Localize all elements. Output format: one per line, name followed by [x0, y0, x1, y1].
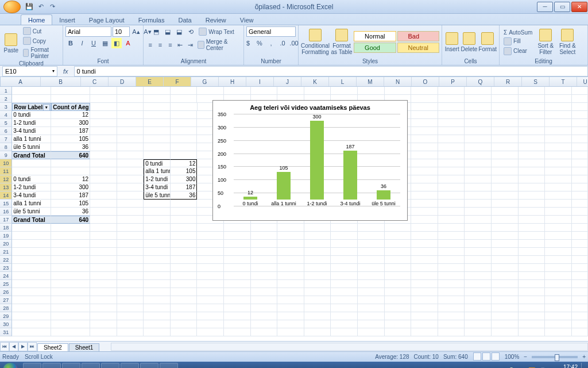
delete-button[interactable]: Delete	[461, 27, 477, 57]
cell[interactable]	[572, 159, 588, 167]
cell[interactable]	[411, 87, 438, 95]
cell[interactable]	[572, 183, 588, 191]
cell[interactable]	[411, 328, 438, 336]
cell[interactable]	[545, 272, 572, 280]
tab-home[interactable]: Home	[21, 14, 52, 25]
cell[interactable]	[171, 119, 198, 127]
cut-button[interactable]: Cut	[21, 26, 60, 36]
cell[interactable]	[411, 232, 438, 240]
show-desktop-button[interactable]	[581, 363, 586, 368]
cell[interactable]	[144, 119, 171, 127]
cell[interactable]	[90, 320, 117, 328]
cell[interactable]	[519, 183, 546, 191]
cell[interactable]	[385, 248, 412, 256]
cell[interactable]	[90, 111, 117, 119]
cell[interactable]	[171, 224, 198, 232]
cell[interactable]	[90, 312, 117, 320]
spreadsheet-grid[interactable]: ABCDEFGHIJKLMNOPQRSTU 123Row Labels▾Coun…	[0, 77, 588, 341]
cell[interactable]	[358, 304, 385, 312]
cell[interactable]	[385, 312, 412, 320]
cell[interactable]	[277, 312, 304, 320]
style-normal[interactable]: Normal	[354, 31, 396, 41]
cell[interactable]	[519, 296, 546, 304]
cell[interactable]	[144, 95, 171, 103]
cell[interactable]	[519, 200, 546, 208]
cell[interactable]	[117, 280, 144, 288]
cell[interactable]: 36	[51, 143, 90, 151]
row-header[interactable]: 12	[0, 175, 12, 183]
cell[interactable]	[411, 183, 438, 191]
cell[interactable]	[171, 272, 198, 280]
cell[interactable]	[117, 143, 144, 151]
cell[interactable]	[492, 127, 519, 135]
border-button[interactable]: ▦	[100, 38, 110, 48]
col-header-F[interactable]: F	[164, 77, 191, 86]
cell[interactable]	[304, 248, 331, 256]
row-header[interactable]: 29	[0, 312, 12, 320]
chart-bar[interactable]	[310, 121, 324, 200]
cell[interactable]	[492, 280, 519, 288]
cell[interactable]	[51, 280, 90, 288]
cell[interactable]	[492, 183, 519, 191]
tray-clock[interactable]: 17:4229.12.2011	[549, 364, 578, 368]
cell[interactable]	[572, 296, 588, 304]
cell[interactable]	[331, 240, 358, 248]
cell[interactable]	[251, 264, 278, 272]
cell[interactable]	[90, 248, 117, 256]
cell[interactable]	[438, 288, 465, 296]
cell[interactable]	[144, 87, 171, 95]
insert-button[interactable]: Insert	[444, 27, 459, 57]
cell[interactable]	[144, 304, 171, 312]
cell[interactable]	[117, 95, 144, 103]
cell[interactable]	[545, 167, 572, 175]
cell[interactable]	[197, 312, 224, 320]
cell[interactable]	[90, 127, 117, 135]
cell[interactable]	[171, 103, 198, 111]
cell[interactable]	[519, 159, 546, 167]
sort-filter-button[interactable]: Sort & Filter	[535, 27, 556, 57]
cell[interactable]	[117, 127, 144, 135]
taskbar-app-word[interactable]	[23, 363, 41, 368]
cell[interactable]	[144, 127, 171, 135]
cell[interactable]	[492, 256, 519, 264]
cell[interactable]	[572, 103, 588, 111]
cell[interactable]	[358, 240, 385, 248]
cell[interactable]	[545, 151, 572, 159]
row-header[interactable]: 17	[0, 216, 12, 224]
cell[interactable]	[545, 87, 572, 95]
cell[interactable]	[519, 216, 546, 224]
cell[interactable]	[385, 288, 412, 296]
cell[interactable]	[492, 208, 519, 216]
cell[interactable]	[519, 103, 546, 111]
cell[interactable]	[197, 264, 224, 272]
cell[interactable]	[224, 304, 251, 312]
col-header-M[interactable]: M	[357, 77, 384, 86]
cell[interactable]	[465, 224, 492, 232]
cell[interactable]	[465, 216, 492, 224]
cell[interactable]	[277, 232, 304, 240]
cell[interactable]: 1-2 tundi	[12, 183, 51, 191]
sheet-nav-first[interactable]: ⏮	[0, 342, 9, 351]
cell[interactable]	[51, 296, 90, 304]
zoom-out-icon[interactable]: −	[524, 354, 527, 360]
cell[interactable]	[572, 312, 588, 320]
cell[interactable]	[438, 191, 465, 200]
cell[interactable]	[572, 320, 588, 328]
cell[interactable]	[492, 175, 519, 183]
col-header-B[interactable]: B	[41, 77, 81, 86]
minimize-button[interactable]: ─	[537, 2, 553, 12]
cell[interactable]	[465, 191, 492, 200]
cell[interactable]	[117, 296, 144, 304]
cell[interactable]	[358, 264, 385, 272]
col-header-Q[interactable]: Q	[467, 77, 494, 86]
cell[interactable]	[385, 224, 412, 232]
row-header[interactable]: 18	[0, 224, 12, 232]
cell[interactable]	[144, 272, 171, 280]
cell[interactable]	[304, 280, 331, 288]
cell[interactable]	[12, 312, 51, 320]
cell[interactable]: 300	[51, 183, 90, 191]
cell[interactable]: Grand Total	[12, 151, 51, 159]
cell[interactable]	[465, 232, 492, 240]
cell[interactable]	[519, 304, 546, 312]
clear-button[interactable]: Clear	[502, 47, 534, 56]
